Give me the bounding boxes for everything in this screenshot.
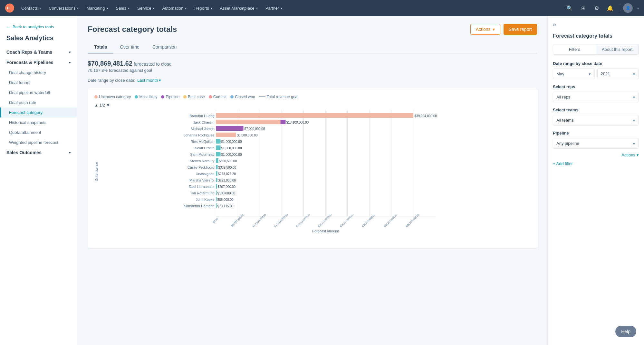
add-filter-button[interactable]: + Add filter — [553, 161, 639, 166]
svg-text:$207,000.00: $207,000.00 — [218, 185, 236, 189]
year-select[interactable]: 2021 2020 2022 — [597, 69, 639, 79]
svg-text:$10,000,000.00: $10,000,000.00 — [252, 213, 267, 228]
y-axis-label: Deal owner — [94, 162, 99, 182]
actions-button[interactable]: Actions ▾ — [470, 24, 500, 35]
sidebar-item-quota-attainment[interactable]: Quota attainment — [0, 127, 77, 137]
chevron-down-icon: ▾ — [211, 6, 212, 10]
sidebar-item-deal-funnel[interactable]: Deal funnel — [0, 78, 77, 88]
date-range-label: Date range by close date: — [88, 78, 135, 83]
svg-text:$222,000.00: $222,000.00 — [218, 179, 236, 182]
nav-item-conversations[interactable]: Conversations▾ — [45, 4, 82, 13]
svg-text:$25,000,000.00: $25,000,000.00 — [318, 213, 332, 228]
reps-select[interactable]: All reps — [553, 92, 639, 102]
dropdown-arrow-icon: ▾ — [493, 27, 495, 32]
nav-item-reports[interactable]: Reports▾ — [191, 4, 216, 13]
panel-tabs: Filters About this report — [553, 44, 639, 55]
left-sidebar: ← Back to analytics tools Sales Analytic… — [0, 16, 77, 345]
svg-text:$339,500.00: $339,500.00 — [218, 166, 236, 169]
reps-select-wrapper: All reps — [553, 92, 639, 102]
svg-text:Sam Moorhead: Sam Moorhead — [190, 153, 214, 156]
svg-text:John Kopke: John Kopke — [196, 198, 214, 201]
bar-ries — [216, 139, 221, 144]
tab-comparison[interactable]: Comparison — [146, 41, 183, 53]
sidebar-item-deal-push-rate[interactable]: Deal push rate — [0, 98, 77, 107]
svg-text:$40,000,000.00: $40,000,000.00 — [383, 213, 398, 228]
bar-john — [216, 197, 217, 201]
search-icon[interactable]: 🔍 — [565, 3, 574, 13]
grid-icon[interactable]: ⊞ — [578, 3, 588, 13]
panel-tab-about[interactable]: About this report — [596, 44, 639, 54]
sidebar-item-historical-snapshots[interactable]: Historical snapshots — [0, 117, 77, 127]
panel-actions-link[interactable]: Actions ▾ — [553, 153, 639, 157]
collapse-panel-button[interactable]: » — [553, 21, 556, 28]
svg-text:$5,000,000.00: $5,000,000.00 — [237, 134, 258, 137]
svg-text:$7,000,000.00: $7,000,000.00 — [245, 127, 265, 131]
forecast-amount-row: $70,869,481.62 forecasted to close — [88, 60, 537, 67]
back-arrow-icon: ← — [6, 24, 11, 29]
legend-best-case: Best case — [183, 95, 205, 99]
legend-dot — [94, 95, 98, 98]
teams-select[interactable]: All teams — [553, 115, 639, 126]
back-to-analytics-link[interactable]: ← Back to analytics tools — [0, 23, 77, 33]
svg-text:$100,000.00: $100,000.00 — [217, 191, 235, 195]
month-select[interactable]: May January February March April June — [553, 69, 595, 79]
sidebar-section-coach-reps[interactable]: Coach Reps & Teams ▾ — [0, 47, 77, 57]
pipeline-select[interactable]: Any pipeline — [553, 138, 639, 149]
bar-michael-james — [216, 126, 244, 131]
notifications-icon[interactable]: 🔔 — [605, 3, 615, 13]
chart-wrapper: Deal owner — [94, 110, 530, 233]
year-select-wrapper: 2021 2020 2022 — [597, 69, 639, 79]
page-wrapper: ← Back to analytics tools Sales Analytic… — [0, 16, 644, 345]
right-panel-title: Forecast category totals — [553, 33, 639, 39]
pagination-info: 1/2 — [100, 103, 105, 107]
legend-dot — [230, 95, 234, 98]
nav-item-service[interactable]: Service▾ — [134, 4, 158, 13]
forecast-amount: $70,869,481.62 — [88, 60, 132, 67]
svg-text:Tori Rotermund: Tori Rotermund — [190, 191, 214, 195]
sidebar-item-deal-pipeline-waterfall[interactable]: Deal pipeline waterfall — [0, 88, 77, 98]
svg-text:Unassigned: Unassigned — [196, 172, 214, 176]
nav-item-partner[interactable]: Partner▾ — [262, 4, 286, 13]
svg-text:Forecast amount: Forecast amount — [312, 229, 339, 232]
svg-text:Scott Cronin: Scott Cronin — [195, 146, 215, 150]
chevron-down-icon: ▾ — [69, 51, 71, 54]
nav-item-automation[interactable]: Automation▾ — [159, 4, 190, 13]
chart-legend: Unknown category Most likely Pipeline Be… — [94, 95, 530, 99]
svg-text:$273,075.20: $273,075.20 — [218, 172, 236, 176]
sidebar-item-deal-change-history[interactable]: Deal change history — [0, 68, 77, 78]
settings-icon[interactable]: ⚙ — [592, 3, 601, 13]
chevron-down-icon: ▾ — [77, 6, 79, 10]
tab-over-time[interactable]: Over time — [113, 41, 146, 53]
nav-item-sales[interactable]: Sales▾ — [113, 4, 133, 13]
triangle-down-icon: ▼ — [106, 103, 110, 107]
svg-text:$39,904,000.00: $39,904,000.00 — [415, 114, 437, 118]
sidebar-section-forecasts[interactable]: Forecasts & Pipelines ▾ — [0, 57, 77, 68]
sidebar-item-forecast-category[interactable]: Forecast category — [0, 107, 77, 117]
nav-right-icons: 🔍 ⊞ ⚙ 🔔 👤 ▾ — [565, 3, 639, 13]
sidebar-title: Sales Analytics — [0, 33, 77, 47]
nav-item-marketing[interactable]: Marketing▾ — [83, 4, 111, 13]
svg-text:$1,000,000.00: $1,000,000.00 — [221, 140, 242, 144]
nav-item-contacts[interactable]: Contacts▾ — [18, 4, 44, 13]
date-range-link[interactable]: Last month ▾ — [137, 78, 161, 83]
bar-johanna — [216, 133, 236, 137]
save-report-button[interactable]: Save report — [504, 24, 537, 35]
legend-commit: Commit — [209, 95, 226, 99]
tab-totals[interactable]: Totals — [88, 41, 113, 53]
panel-tab-filters[interactable]: Filters — [553, 44, 596, 54]
legend-closed-won: Closed won — [230, 95, 255, 99]
svg-text:$30,000,000.00: $30,000,000.00 — [340, 213, 354, 228]
help-button[interactable]: Help — [615, 326, 636, 337]
hubspot-logo[interactable]: H — [5, 4, 14, 13]
bar-unassigned — [216, 171, 217, 176]
sidebar-section-sales-outcomes[interactable]: Sales Outcomes ▾ — [0, 147, 77, 158]
teams-select-wrapper: All teams — [553, 115, 639, 126]
legend-dot — [161, 95, 164, 98]
sidebar-item-weighted-pipeline-forecast[interactable]: Weighted pipeline forecast — [0, 137, 77, 147]
bar-jack-chascin-pipeline — [281, 120, 286, 124]
chevron-down-icon: ▾ — [107, 6, 108, 10]
legend-dot — [135, 95, 138, 98]
nav-item-asset-marketplace[interactable]: Asset Marketplace▾ — [217, 4, 261, 13]
avatar[interactable]: 👤 — [623, 3, 633, 13]
svg-text:$85,000.00: $85,000.00 — [217, 198, 234, 201]
